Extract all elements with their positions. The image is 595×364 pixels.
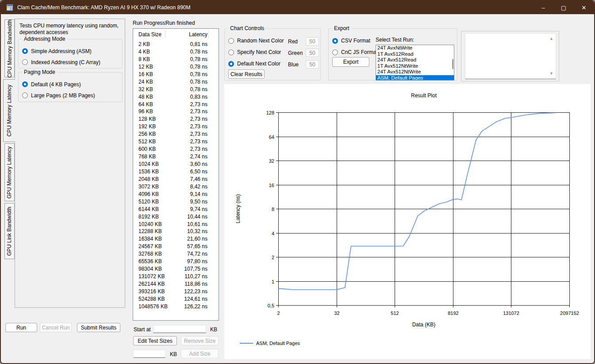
tab-gpu-memory-latency[interactable]: GPU Memory Latency (4, 143, 15, 201)
export-button[interactable]: Export (332, 57, 369, 67)
cell-data-size: 5120 KB (138, 198, 159, 206)
edit-test-sizes-button[interactable]: Edit Test Sizes (133, 336, 177, 345)
cell-latency: 107,75 ns (184, 265, 207, 273)
notes-box[interactable]: ▲ ▼ (465, 33, 556, 79)
table-row[interactable]: 6144 KB9,74 ns (133, 206, 219, 213)
table-row[interactable]: 8 KB0,78 ns (133, 56, 219, 63)
table-row[interactable]: 192 KB2,73 ns (133, 123, 219, 130)
cell-data-size: 1024 KB (138, 161, 159, 168)
table-row[interactable]: 96 KB2,73 ns (133, 108, 219, 115)
cell-data-size: 2 KB (138, 41, 150, 48)
radio-checked-icon (332, 38, 338, 44)
radio-checked-icon (22, 48, 28, 54)
table-row[interactable]: 262144 KB118,86 ns (133, 280, 219, 288)
listbox-scrollbar[interactable] (452, 59, 453, 69)
cell-data-size: 48 KB (138, 93, 153, 101)
test-run-item-asm-default-pages[interactable]: ASM, Default Pages (376, 75, 454, 81)
table-row[interactable]: 12 KB0,78 ns (133, 63, 219, 71)
svg-text:8192: 8192 (448, 310, 458, 316)
table-row[interactable]: 768 KB2,74 ns (133, 153, 219, 161)
scroll-up-arrow-icon[interactable]: ▲ (549, 37, 553, 41)
table-row[interactable]: 65536 KB97,80 ns (133, 258, 219, 265)
close-icon[interactable]: ✕ (574, 1, 594, 14)
table-row[interactable]: 12288 KB10,32 ns (133, 228, 219, 235)
maximize-icon[interactable]: ▢ (553, 1, 574, 14)
table-row[interactable]: 393216 KB122,23 ns (133, 288, 219, 295)
table-row[interactable]: 600 KB2,73 ns (133, 146, 219, 153)
cell-data-size: 768 KB (138, 153, 156, 161)
test-run-item-24t-avx512read[interactable]: 24T Avx512Read (376, 57, 454, 63)
cancel-run-button: Cancel Run (40, 323, 72, 332)
table-row[interactable]: 48 KB0,83 ns (133, 93, 219, 101)
svg-text:131072: 131072 (503, 310, 519, 316)
test-run-item-1t-avx512read[interactable]: 1T Avx512Read (376, 51, 454, 57)
table-row[interactable]: 98304 KB107,75 ns (133, 265, 219, 273)
submit-results-button[interactable]: Submit Results (77, 323, 120, 332)
table-row[interactable]: 10240 KB10,61 ns (133, 221, 219, 228)
column-header-data-size[interactable]: Data Size (138, 31, 161, 38)
cell-latency: 124,61 ns (184, 295, 207, 303)
radio-random-next-color[interactable]: Random Next Color (228, 35, 319, 46)
window-controls: – ▢ ✕ (533, 1, 594, 14)
header-divider (165, 31, 165, 38)
table-row[interactable]: 4096 KB9,14 ns (133, 191, 219, 198)
svg-text:32: 32 (334, 310, 339, 316)
table-row[interactable]: 2 KB0,81 ns (133, 41, 219, 48)
table-row[interactable]: 512 KB2,73 ns (133, 138, 219, 146)
radio-specify-next-color[interactable]: Specify Next Color (228, 46, 319, 58)
clear-results-button[interactable]: Clear Results (228, 69, 265, 79)
tab-cpu-memory-bandwidth[interactable]: CPU Memory Bandwidth (4, 19, 15, 77)
table-row[interactable]: 24567 KB57,65 ns (133, 243, 219, 250)
cell-data-size: 10240 KB (138, 221, 162, 228)
table-row[interactable]: 2048 KB7,46 ns (133, 176, 219, 183)
group-title: Chart Controls (228, 25, 266, 31)
radio-simple-addressing-asm[interactable]: Simple Addressing (ASM) (22, 46, 120, 57)
table-row[interactable]: 32768 KB74,72 ns (133, 250, 219, 258)
table-row[interactable]: 4 KB0,78 ns (133, 48, 219, 56)
y-axis-label: Latency (ns) (235, 194, 241, 223)
table-row[interactable]: 256 KB2,73 ns (133, 130, 219, 138)
cell-latency: 0,78 ns (190, 71, 207, 78)
table-row[interactable]: 1048576 KB126,22 ns (133, 303, 219, 310)
run-button[interactable]: Run (5, 323, 37, 332)
table-row[interactable]: 524288 KB124,61 ns (133, 295, 219, 303)
add-size-input[interactable] (133, 350, 165, 358)
table-row[interactable]: 3072 KB8,42 ns (133, 183, 219, 191)
radio-indexed-addressing-c-array[interactable]: Indexed Addressing (C Array) (22, 57, 120, 68)
test-run-item-24t-avxntwrite[interactable]: 24T AvxNtWrite (376, 45, 454, 51)
tab-cpu-memory-latency[interactable]: CPU Memory Latency (3, 79, 15, 142)
test-run-item-24t-avx512ntwrite[interactable]: 24T Avx512NtWrite (376, 69, 454, 75)
radio-large-pages-2-mb-pages[interactable]: Large Pages (2 MB Pages) (22, 90, 120, 101)
table-row[interactable]: 32 KB0,78 ns (133, 86, 219, 93)
cell-latency: 9,50 ns (190, 198, 207, 206)
group-title: Export (332, 25, 351, 31)
tab-gpu-link-bandwidth[interactable]: GPU Link Bandwidth (4, 203, 15, 259)
table-row[interactable]: 24 KB0,78 ns (133, 78, 219, 86)
cell-latency: 2,73 ns (190, 146, 207, 153)
tab-label: CPU Memory Bandwidth (7, 19, 13, 77)
table-row[interactable]: 16384 KB21,60 ns (133, 235, 219, 243)
table-row[interactable]: 131072 KB110,27 ns (133, 273, 219, 280)
notes-box-frame: ▲ ▼ (461, 31, 559, 81)
radio-label: Default (4 KB Pages) (31, 81, 81, 88)
table-row[interactable]: 1536 KB6,50 ns (133, 168, 219, 176)
table-row[interactable]: 16 KB0,78 ns (133, 71, 219, 78)
radio-default-4-kb-pages[interactable]: Default (4 KB Pages) (22, 79, 120, 90)
start-at-input[interactable] (153, 325, 206, 333)
radio-default-next-color[interactable]: Default Next Color (228, 58, 319, 69)
table-row[interactable]: 1024 KB3,60 ns (133, 161, 219, 168)
radio-label: Specify Next Color (237, 49, 281, 55)
radio-label: CnC JS Format (341, 49, 378, 55)
addressing-mode-group: Addressing Mode Simple Addressing (ASM)I… (18, 39, 123, 69)
column-header-latency[interactable]: Latency (189, 31, 207, 38)
test-run-item-1t-avx512ntwrite[interactable]: 1T Avx512NtWrite (376, 63, 454, 69)
table-row[interactable]: 8192 KB10,44 ns (133, 213, 219, 221)
cell-latency: 122,23 ns (184, 288, 207, 295)
table-row[interactable]: 5120 KB9,50 ns (133, 198, 219, 206)
minimize-icon[interactable]: – (533, 1, 553, 14)
svg-text:0,5: 0,5 (268, 303, 274, 308)
scroll-down-arrow-icon[interactable]: ▼ (549, 72, 553, 76)
table-row[interactable]: 128 KB2,73 ns (133, 115, 219, 123)
test-run-list: 24T AvxNtWrite1T Avx512Read24T Avx512Rea… (376, 45, 454, 80)
table-row[interactable]: 64 KB2,73 ns (133, 101, 219, 108)
